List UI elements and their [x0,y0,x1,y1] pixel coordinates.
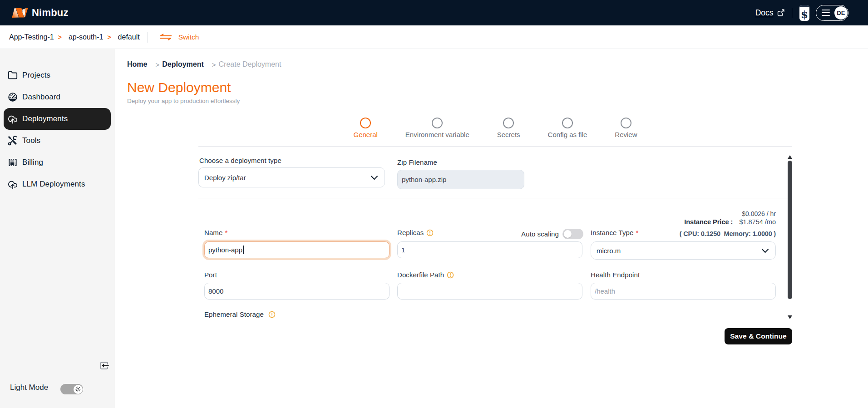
step-review[interactable]: Review [615,118,637,138]
deployment-type-select[interactable]: Deploy zip/tar [198,167,385,187]
breadcrumb-separator: > [155,61,159,69]
replicas-input[interactable] [397,241,582,258]
sidebar: Projects Dashboard [0,49,115,408]
step-label: Review [615,131,637,138]
sidebar-item-projects[interactable]: Projects [4,64,111,86]
sidebar-item-deployments[interactable]: Deployments [4,108,111,130]
sidebar-item-label: Projects [22,71,50,80]
breadcrumb-deployment[interactable]: Deployment [162,60,204,69]
brand-logo[interactable]: Nimbuz [12,7,69,19]
receipt-icon [8,157,18,167]
deployment-type-label: Choose a deployment type [199,157,281,164]
sidebar-item-label: Deployments [22,114,68,123]
instance-specs: ( CPU: 0.1250 Memory: 1.0000 ) [680,230,776,237]
sidebar-item-label: Billing [22,158,43,167]
workspace-region[interactable]: ap-south-1 [69,33,104,41]
form-divider [198,198,792,198]
cloud-upload-icon [8,179,18,189]
sidebar-item-llm-deployments[interactable]: LLM Deployments [4,173,111,195]
step-config-as-file[interactable]: Config as file [548,118,587,138]
workspace-separator: > [58,34,62,41]
dollar-badge-band [799,5,809,7]
step-label: Secrets [497,131,520,138]
zip-filename-value: python-app.zip [402,176,446,183]
auto-scaling-row: Auto scaling [397,229,583,239]
workspace-namespace[interactable]: default [118,33,140,41]
name-label: Name* [204,229,227,236]
sidebar-collapse-button[interactable] [100,362,109,369]
switch-label: Switch [178,33,199,41]
brand-name: Nimbuz [32,7,69,19]
zip-filename-field: python-app.zip [397,170,524,189]
dockerfile-path-input[interactable] [397,283,582,300]
step-label: General [353,131,377,138]
menu-icon [822,10,830,16]
folder-icon [8,70,18,80]
health-endpoint-label: Health Endpoint [591,271,640,279]
sidebar-item-billing[interactable]: Billing [4,152,111,173]
top-header: Nimbuz Docs $ DE [0,0,868,25]
cloud-upload-icon [8,114,18,124]
instance-type-label: Instance Type* [591,229,638,236]
step-circle [360,118,371,128]
header-actions: Docs $ DE [755,5,848,21]
instance-type-label-text: Instance Type [591,229,633,236]
step-label: Environment variable [405,131,469,138]
page: Nimbuz Docs $ DE App-Testing- [0,0,868,408]
instance-price-label: Instance Price : [684,218,733,226]
billing-dollar-icon[interactable]: $ [799,5,809,21]
sidebar-nav: Projects Dashboard [0,64,115,195]
workspace-project[interactable]: App-Testing-1 [9,33,54,41]
speedometer-icon [8,92,18,102]
required-asterisk: * [636,229,638,236]
save-continue-button[interactable]: Save & Continue [725,328,792,344]
nimbuz-logo-icon [12,8,29,18]
instance-type-value: micro.m [597,247,621,255]
account-menu[interactable]: DE [816,5,848,21]
breadcrumb-create-deployment: Create Deployment [219,60,281,69]
sun-icon [75,386,81,392]
toggle-knob [564,230,572,238]
sidebar-item-tools[interactable]: Tools [4,130,111,152]
step-secrets[interactable]: Secrets [497,118,520,138]
info-icon[interactable] [268,311,276,318]
instance-type-select[interactable]: micro.m [591,241,776,260]
step-environment-variable[interactable]: Environment variable [405,118,469,138]
sidebar-item-dashboard[interactable]: Dashboard [4,86,111,108]
sidebar-item-label: LLM Deployments [22,180,85,189]
docs-link[interactable]: Docs [755,8,784,18]
deployment-form: Choose a deployment type Deploy zip/tar … [198,146,792,355]
chevron-down-icon [761,248,769,253]
dollar-symbol: $ [801,8,808,20]
step-general[interactable]: General [353,118,377,138]
name-label-text: Name [204,229,222,236]
name-input[interactable] [204,241,390,258]
step-circle [562,118,573,128]
switch-workspace-button[interactable]: Switch [159,33,199,41]
scrollbar-thumb[interactable] [788,161,792,299]
menu-line [822,12,830,13]
workspace-divider [148,32,148,43]
tools-icon [8,136,18,146]
monthly-price: Instance Price :$1.8754 /mo [684,218,776,226]
info-icon[interactable] [447,271,454,279]
port-label: Port [204,271,217,279]
port-input[interactable] [204,283,390,300]
light-mode-row: Light Mode [10,383,105,392]
breadcrumb-separator: > [212,61,216,69]
page-subtitle: Deploy your app to production effortless… [127,98,240,104]
light-mode-toggle[interactable] [60,384,83,394]
scrollbar-down-arrow[interactable] [788,315,792,319]
auto-scaling-toggle[interactable] [562,229,583,239]
breadcrumb-home[interactable]: Home [127,60,147,69]
header-divider [792,8,793,18]
avatar: DE [834,6,848,20]
switch-arrows-icon [159,34,172,41]
external-link-icon [777,9,784,17]
scrollbar-up-arrow[interactable] [788,155,792,159]
chevron-down-icon [370,175,378,180]
sidebar-item-label: Dashboard [22,93,60,102]
health-endpoint-input[interactable] [591,283,776,300]
hourly-price: $0.0026 / hr [742,210,776,217]
text-caret [243,246,244,254]
